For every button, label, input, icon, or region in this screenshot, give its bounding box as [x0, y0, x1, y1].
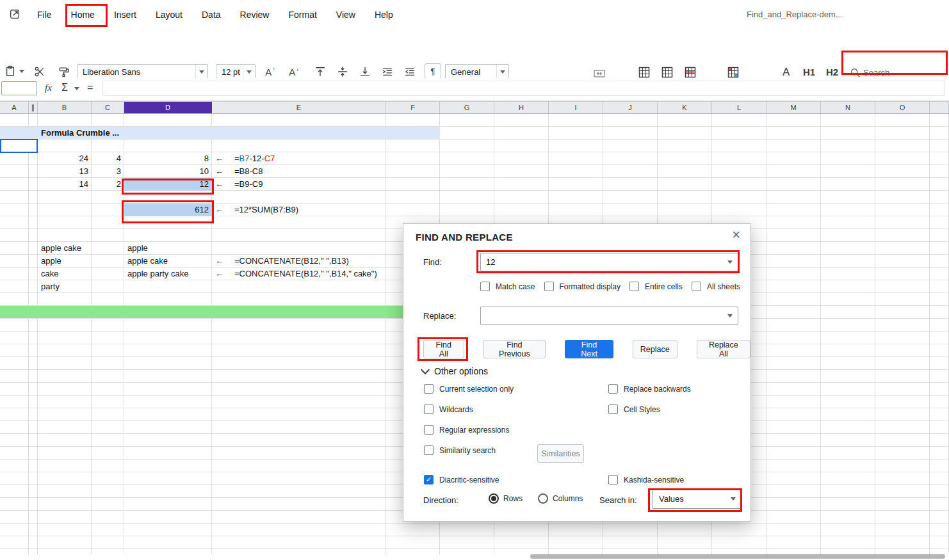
cell-E-row3[interactable]: =B7-12-C7 — [212, 152, 386, 165]
sum-button[interactable]: Σ — [61, 82, 68, 93]
checkbox-box[interactable] — [424, 384, 434, 394]
chevron-down-icon[interactable] — [727, 314, 733, 317]
column-header-M[interactable]: M — [766, 102, 821, 113]
equals-button[interactable]: = — [87, 82, 93, 93]
font-size-select[interactable]: 12 pt — [216, 64, 256, 79]
radio-rows[interactable]: Rows — [489, 493, 523, 504]
cell-B-row5[interactable]: 14 — [38, 178, 92, 191]
find-previous-button[interactable]: Find Previous — [483, 340, 546, 358]
checkbox-box[interactable] — [424, 445, 434, 455]
checkbox-box[interactable] — [424, 404, 434, 414]
replace-input[interactable] — [481, 307, 727, 324]
cell-B-row13[interactable]: party — [38, 280, 92, 293]
column-header-∥[interactable]: ∥ — [29, 102, 38, 113]
checkbox-box[interactable] — [608, 384, 618, 394]
cell-D-row10[interactable]: apple — [124, 242, 212, 255]
font-name-caret[interactable] — [195, 65, 207, 79]
cell-C-row3[interactable]: 4 — [92, 152, 124, 165]
checkbox-kashida-sensitive[interactable]: Kashida-sensitive — [608, 475, 684, 484]
formatting-marks-icon[interactable]: ¶ — [425, 63, 441, 79]
replace-all-button[interactable]: Replace All — [697, 340, 750, 358]
open-in-new-icon[interactable] — [9, 8, 20, 22]
column-header-O[interactable]: O — [875, 102, 930, 113]
column-header-N[interactable]: N — [821, 102, 875, 113]
cell-B-row11[interactable]: apple — [38, 255, 92, 268]
number-format-select[interactable]: General — [445, 64, 509, 79]
checkbox-box[interactable] — [424, 425, 434, 435]
horizontal-scrollbar[interactable] — [530, 554, 945, 559]
checkbox-replace-backwards[interactable]: Replace backwards — [608, 384, 691, 394]
cell-D-row12[interactable]: apple party cake — [124, 268, 212, 280]
search-label[interactable]: Search — [863, 68, 889, 77]
name-box[interactable] — [1, 81, 37, 95]
checkbox-box[interactable] — [480, 282, 490, 291]
checkbox-current-selection-only[interactable]: Current selection only — [424, 384, 514, 394]
menu-view[interactable]: View — [335, 7, 357, 22]
cell-E-row4[interactable]: =B8-C8 — [212, 165, 386, 178]
checkbox-box[interactable] — [608, 404, 618, 414]
checkbox-box[interactable] — [608, 475, 618, 484]
number-format-caret[interactable] — [496, 65, 508, 79]
find-input[interactable] — [481, 253, 727, 271]
checkbox-formatted-display[interactable]: Formatted display — [544, 282, 620, 291]
column-header-A[interactable]: A — [0, 102, 29, 113]
column-header-I[interactable]: I — [549, 102, 603, 113]
radio-columns[interactable]: Columns — [538, 493, 583, 504]
cell-E-row7[interactable]: =12*SUM(B7:B9) — [212, 204, 386, 216]
find-combobox[interactable] — [480, 253, 738, 271]
radio-button[interactable] — [538, 493, 548, 504]
search-in-select[interactable]: Values — [652, 489, 742, 509]
cell-D-row7[interactable]: 612 — [124, 204, 212, 216]
column-header-L[interactable]: L — [712, 102, 766, 113]
menu-format[interactable]: Format — [287, 7, 318, 22]
checkbox-box[interactable]: ✓ — [424, 475, 434, 484]
style-heading1-button[interactable]: H1 — [803, 67, 815, 77]
checkbox-diacritic-sensitive[interactable]: ✓Diacritic-sensitive — [424, 475, 499, 484]
column-header-G[interactable]: G — [440, 102, 494, 113]
menu-file[interactable]: File — [36, 7, 53, 22]
cell-E-row12[interactable]: =CONCATENATE(B12," ",B14," cake") — [212, 268, 386, 280]
checkbox-regular-expressions[interactable]: Regular expressions — [424, 425, 514, 435]
menu-review[interactable]: Review — [239, 7, 271, 22]
menu-home[interactable]: Home — [70, 7, 96, 22]
menu-help[interactable]: Help — [373, 7, 394, 22]
find-all-button[interactable]: Find All — [423, 340, 464, 358]
paste-menu-caret[interactable] — [19, 70, 24, 73]
function-wizard-button[interactable]: fx — [45, 83, 52, 93]
menu-layout[interactable]: Layout — [154, 7, 184, 22]
cell-B-row3[interactable]: 24 — [38, 152, 92, 165]
column-header-E[interactable]: E — [212, 102, 386, 113]
checkbox-cell-styles[interactable]: Cell Styles — [608, 404, 691, 414]
cell-C-row5[interactable]: 2 — [92, 178, 124, 191]
sum-caret[interactable] — [74, 87, 79, 90]
cell-B-row1[interactable]: Formula Crumble ... — [38, 127, 92, 140]
replace-button[interactable]: Replace — [633, 340, 677, 358]
checkbox-match-case[interactable]: Match case — [480, 282, 535, 291]
cell-E-row5[interactable]: =B9-C9 — [212, 178, 386, 191]
radio-button[interactable] — [489, 493, 499, 504]
checkbox-similarity-search[interactable]: Similarity search — [424, 445, 514, 455]
column-header-K[interactable]: K — [658, 102, 712, 113]
chevron-down-icon[interactable] — [731, 497, 736, 500]
replace-combobox[interactable] — [480, 307, 738, 325]
cell-B-row4[interactable]: 13 — [38, 165, 92, 178]
column-header-D[interactable]: D — [124, 102, 212, 113]
cell-C-row4[interactable]: 3 — [92, 165, 124, 178]
cell-E-row11[interactable]: =CONCATENATE(B12," ",B13) — [212, 255, 386, 268]
checkbox-all-sheets[interactable]: All sheets — [692, 282, 740, 291]
cell-B-row12[interactable]: cake — [38, 268, 92, 280]
font-name-select[interactable]: Liberation Sans — [77, 64, 208, 79]
menu-data[interactable]: Data — [200, 7, 222, 22]
font-size-caret[interactable] — [243, 65, 255, 79]
checkbox-entire-cells[interactable]: Entire cells — [629, 282, 683, 291]
close-icon[interactable]: × — [732, 228, 740, 242]
checkbox-wildcards[interactable]: Wildcards — [424, 404, 514, 414]
column-header-C[interactable]: C — [92, 102, 124, 113]
cell-D-row4[interactable]: 10 — [124, 165, 212, 178]
checkbox-box[interactable] — [544, 282, 554, 291]
chevron-down-icon[interactable] — [727, 260, 733, 264]
style-default-button[interactable]: A — [783, 66, 790, 79]
column-header-J[interactable]: J — [603, 102, 658, 113]
similarities-button[interactable]: Similarities — [537, 444, 584, 463]
style-heading2-button[interactable]: H2 — [826, 67, 838, 77]
